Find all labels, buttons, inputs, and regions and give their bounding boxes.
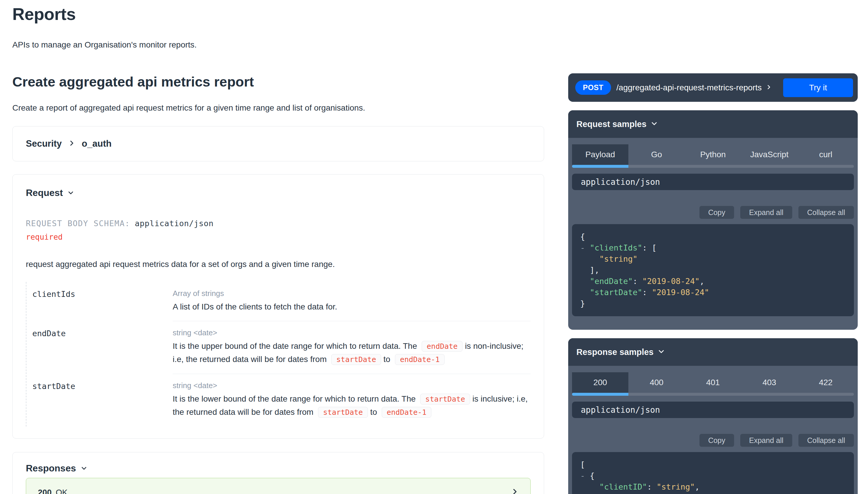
inline-code-chip: startDate: [318, 407, 368, 418]
collapse-toggle[interactable]: -: [580, 243, 585, 252]
description-text: to: [370, 407, 379, 417]
code-line: "string": [580, 253, 846, 265]
copy-button[interactable]: Copy: [700, 206, 734, 219]
request-code-actions: CopyExpand allCollapse all: [572, 206, 854, 219]
required-badge: required: [26, 233, 530, 242]
schema-field-row: endDatestring <date>It is the upper boun…: [32, 321, 530, 374]
page-title: Reports: [12, 4, 544, 24]
chevron-down-icon: [651, 119, 658, 129]
description-text: It is the lower bound of the date range …: [173, 394, 418, 403]
schema-label: REQUEST BODY SCHEMA:: [26, 219, 130, 228]
request-section-header[interactable]: Request: [26, 187, 530, 198]
response-content-type-select[interactable]: application/json: [572, 402, 854, 418]
request-tab-go[interactable]: Go: [628, 144, 685, 165]
request-body-schema: REQUEST BODY SCHEMA:application/json: [26, 219, 530, 228]
response-code-actions: CopyExpand allCollapse all: [572, 434, 854, 447]
responses-section-header[interactable]: Responses: [26, 463, 530, 474]
tab-underline: [572, 393, 854, 396]
request-samples-title: Request samples: [576, 119, 647, 129]
samples-sidebar: POST /aggregated-api-request-metrics-rep…: [568, 73, 858, 494]
response-samples-body: 200400401403422 application/json CopyExp…: [568, 366, 858, 494]
collapse-toggle[interactable]: -: [580, 471, 585, 480]
responses-section: Responses 200 OK.: [12, 452, 544, 494]
request-section: Request REQUEST BODY SCHEMA:application/…: [12, 174, 544, 439]
copy-button[interactable]: Copy: [700, 434, 734, 447]
chevron-right-icon: [68, 140, 75, 148]
request-tab-python[interactable]: Python: [685, 144, 741, 165]
docs-content: Reports APIs to manage an Organisation's…: [12, 0, 544, 494]
endpoint-path: /aggregated-api-request-metrics-reports: [616, 83, 762, 92]
field-name: startDate: [32, 374, 173, 426]
schema-fields-table: clientIdsArray of stringsA list of IDs o…: [26, 282, 530, 426]
security-section[interactable]: Security o_auth: [12, 126, 544, 162]
expand-all-button[interactable]: Expand all: [740, 434, 792, 447]
request-sample-code: {- "clientIds": [ "string" ], "endDate":…: [572, 224, 854, 316]
request-samples-panel: Request samples PayloadGoPythonJavaScrip…: [568, 110, 858, 330]
request-tab-curl[interactable]: curl: [797, 144, 854, 165]
endpoint-bar[interactable]: POST /aggregated-api-request-metrics-rep…: [568, 73, 858, 102]
code-line: "endDate": "2019-08-24",: [580, 276, 846, 287]
field-detail: string <date>It is the upper bound of th…: [173, 321, 530, 374]
code-line: ],: [580, 265, 846, 276]
request-tab-javascript[interactable]: JavaScript: [741, 144, 797, 165]
code-line: }: [580, 298, 846, 309]
request-header-label: Request: [26, 187, 63, 198]
expand-all-button[interactable]: Expand all: [740, 206, 792, 219]
chevron-right-icon: [766, 84, 772, 91]
request-samples-body: PayloadGoPythonJavaScriptcurl applicatio…: [568, 138, 858, 330]
field-description: A list of IDs of the clients to fetch th…: [173, 300, 530, 313]
response-samples-tabs: 200400401403422: [572, 372, 854, 393]
field-detail: Array of stringsA list of IDs of the cli…: [173, 282, 530, 321]
chevron-right-icon: [511, 488, 519, 494]
response-tab-401[interactable]: 401: [685, 372, 741, 393]
field-detail: string <date>It is the lower bound of th…: [173, 374, 530, 426]
request-tab-payload[interactable]: Payload: [572, 144, 628, 165]
tab-underline: [572, 165, 854, 168]
code-line: {: [580, 231, 846, 242]
schema-field-row: startDatestring <date>It is the lower bo…: [32, 374, 530, 426]
operation-description: Create a report of aggregated api reques…: [12, 103, 544, 113]
response-tab-422[interactable]: 422: [797, 372, 854, 393]
description-text: It is the upper bound of the date range …: [173, 341, 419, 350]
responses-header-label: Responses: [26, 463, 76, 474]
response-tab-400[interactable]: 400: [628, 372, 685, 393]
chevron-down-icon: [658, 347, 665, 357]
inline-code-chip: endDate: [422, 341, 463, 352]
field-description: It is the lower bound of the date range …: [173, 393, 530, 419]
code-line: "startDate": "2019-08-24": [580, 287, 846, 298]
inline-code-chip: startDate: [331, 354, 381, 365]
request-samples-tabs: PayloadGoPythonJavaScriptcurl: [572, 144, 854, 165]
request-samples-header[interactable]: Request samples: [568, 110, 858, 138]
response-tab-403[interactable]: 403: [741, 372, 797, 393]
request-content-type-select[interactable]: application/json: [572, 174, 854, 190]
code-line: - "clientIds": [: [580, 242, 846, 253]
code-line: "clientID": "string",: [580, 481, 846, 493]
collapse-all-button[interactable]: Collapse all: [798, 434, 854, 447]
field-description: It is the upper bound of the date range …: [173, 340, 530, 366]
operation-title: Create aggregated api metrics report: [12, 74, 544, 90]
response-200-row[interactable]: 200 OK.: [26, 478, 530, 494]
try-it-button[interactable]: Try it: [783, 78, 853, 97]
request-body-description: request aggregated api request metrics d…: [26, 260, 530, 269]
field-name: clientIds: [32, 282, 173, 321]
page-subtitle: APIs to manage an Organisation's monitor…: [12, 40, 544, 50]
collapse-all-button[interactable]: Collapse all: [798, 206, 854, 219]
security-label: Security: [26, 138, 62, 149]
field-type: Array of strings: [173, 289, 530, 298]
response-samples-title: Response samples: [576, 347, 654, 357]
chevron-down-icon: [81, 463, 87, 474]
response-samples-panel: Response samples 200400401403422 applica…: [568, 338, 858, 494]
response-tab-200[interactable]: 200: [572, 372, 628, 393]
method-badge: POST: [575, 80, 611, 95]
inline-code-chip: endDate-1: [382, 407, 431, 418]
inline-code-chip: startDate: [420, 394, 470, 404]
code-line: [: [580, 459, 846, 470]
inline-code-chip: endDate-1: [395, 354, 445, 365]
field-type: string <date>: [173, 328, 530, 337]
field-type: string <date>: [173, 381, 530, 390]
description-text: A list of IDs of the clients to fetch th…: [173, 302, 337, 311]
response-samples-header[interactable]: Response samples: [568, 338, 858, 366]
code-line: - {: [580, 470, 846, 481]
security-scheme: o_auth: [82, 138, 112, 149]
description-text: to: [383, 355, 393, 364]
